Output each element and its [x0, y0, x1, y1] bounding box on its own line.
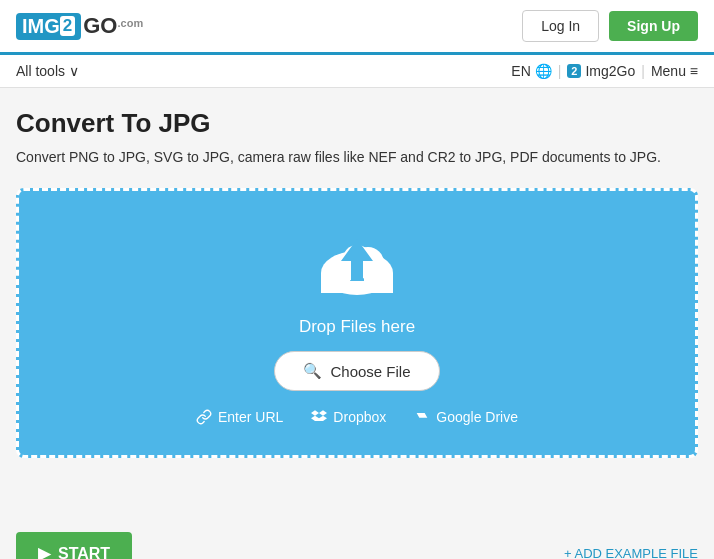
enter-url-button[interactable]: Enter URL — [196, 409, 283, 425]
logo-img-text: IMG — [22, 15, 60, 38]
drop-files-label: Drop Files here — [299, 317, 415, 337]
alt-sources: Enter URL Dropbox Google Drive — [196, 409, 518, 425]
add-example-button[interactable]: + ADD EXAMPLE FILE — [564, 546, 698, 559]
link-icon — [196, 409, 212, 425]
page-title: Convert To JPG — [16, 108, 698, 139]
header-buttons: Log In Sign Up — [522, 10, 698, 42]
hamburger-icon: ≡ — [690, 63, 698, 79]
footer-actions: ▶ START + ADD EXAMPLE FILE — [0, 518, 714, 559]
signup-button[interactable]: Sign Up — [609, 11, 698, 41]
google-drive-button[interactable]: Google Drive — [414, 409, 518, 425]
choose-file-label: Choose File — [330, 363, 410, 380]
dropbox-icon — [311, 409, 327, 425]
start-button[interactable]: ▶ START — [16, 532, 132, 559]
start-label: START — [58, 545, 110, 560]
nav-divider-2: | — [641, 63, 645, 79]
add-example-label: + ADD EXAMPLE FILE — [564, 546, 698, 559]
main-content: Convert To JPG Convert PNG to JPG, SVG t… — [0, 88, 714, 518]
choose-file-button[interactable]: 🔍 Choose File — [274, 351, 439, 391]
logo: IMG 2 GO .com — [16, 13, 143, 40]
logo-img: IMG 2 — [16, 13, 81, 40]
nav-right: EN 🌐 | 2 Img2Go | Menu ≡ — [511, 63, 698, 79]
img2go-label: Img2Go — [585, 63, 635, 79]
chevron-down-icon: ∨ — [69, 63, 79, 79]
login-button[interactable]: Log In — [522, 10, 599, 42]
img2go-icon: 2 — [567, 64, 581, 78]
dropbox-button[interactable]: Dropbox — [311, 409, 386, 425]
cloud-upload-icon — [312, 231, 402, 303]
navbar: All tools ∨ EN 🌐 | 2 Img2Go | Menu ≡ — [0, 55, 714, 88]
lang-label: EN — [511, 63, 530, 79]
google-drive-label: Google Drive — [436, 409, 518, 425]
all-tools-menu[interactable]: All tools ∨ — [16, 63, 79, 79]
all-tools-label: All tools — [16, 63, 65, 79]
header: IMG 2 GO .com Log In Sign Up — [0, 0, 714, 55]
page-description: Convert PNG to JPG, SVG to JPG, camera r… — [16, 147, 698, 168]
globe-icon: 🌐 — [535, 63, 552, 79]
menu-label: Menu — [651, 63, 686, 79]
lang-select[interactable]: EN 🌐 — [511, 63, 551, 79]
nav-divider-1: | — [558, 63, 562, 79]
search-icon: 🔍 — [303, 362, 322, 380]
google-drive-icon — [414, 409, 430, 425]
logo-2-badge: 2 — [60, 16, 75, 36]
img2go-link[interactable]: 2 Img2Go — [567, 63, 635, 79]
upload-area[interactable]: Drop Files here 🔍 Choose File Enter URL … — [16, 188, 698, 458]
enter-url-label: Enter URL — [218, 409, 283, 425]
logo-go-text: GO — [83, 13, 117, 39]
dropbox-label: Dropbox — [333, 409, 386, 425]
logo-com-text: .com — [117, 17, 143, 29]
menu-button[interactable]: Menu ≡ — [651, 63, 698, 79]
start-icon: ▶ — [38, 544, 50, 559]
